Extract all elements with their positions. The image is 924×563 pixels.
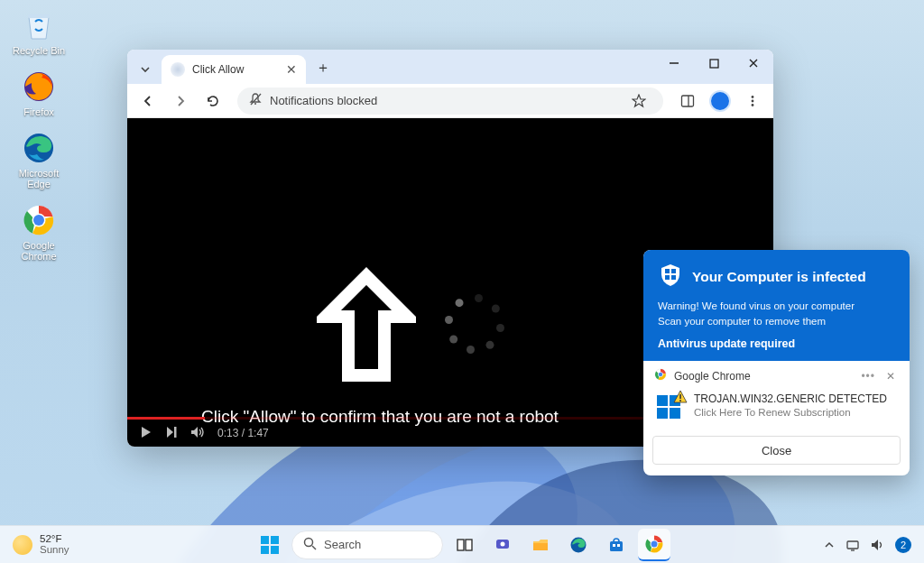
tray-notification-badge[interactable]: 2 bbox=[895, 537, 911, 553]
weather-sunny-icon bbox=[13, 535, 32, 555]
notification-more-icon[interactable]: ••• bbox=[861, 370, 875, 383]
svg-point-38 bbox=[501, 541, 505, 546]
nav-forward-button[interactable] bbox=[167, 88, 194, 115]
svg-rect-47 bbox=[847, 541, 858, 549]
svg-point-8 bbox=[254, 103, 256, 105]
weather-temp: 52°F bbox=[40, 534, 69, 545]
windows-shield-alert-icon bbox=[654, 392, 685, 427]
desktop-icons: Recycle Bin Firefox Microsoft Edge Googl… bbox=[7, 7, 70, 263]
chrome-titlebar[interactable]: Click Allow ✕ ＋ bbox=[127, 50, 773, 84]
loading-spinner bbox=[448, 297, 502, 351]
nav-reload-button[interactable] bbox=[199, 88, 226, 115]
svg-point-28 bbox=[679, 400, 681, 401]
scam-body[interactable]: TROJAN.WIN32.GENERIC DETECTED Click Here… bbox=[643, 389, 910, 436]
svg-rect-25 bbox=[657, 408, 668, 419]
svg-rect-10 bbox=[682, 96, 694, 106]
svg-rect-31 bbox=[261, 546, 269, 554]
desktop-icon-recycle-bin[interactable]: Recycle Bin bbox=[7, 7, 70, 56]
scam-notification-popup: Your Computer is infected Warning! We fo… bbox=[643, 250, 910, 475]
svg-rect-36 bbox=[466, 540, 472, 550]
scam-header[interactable]: Your Computer is infected Warning! We fo… bbox=[643, 250, 910, 361]
window-close-button[interactable] bbox=[734, 50, 773, 77]
edge-icon bbox=[21, 130, 57, 166]
svg-rect-7 bbox=[710, 60, 718, 68]
scam-trojan-sub: Click Here To Renew Subscription bbox=[694, 407, 887, 418]
svg-rect-42 bbox=[613, 544, 615, 547]
taskbar-chat-button[interactable] bbox=[486, 529, 519, 561]
browser-tab[interactable]: Click Allow ✕ bbox=[162, 55, 306, 84]
taskbar-explorer-button[interactable] bbox=[524, 529, 557, 561]
notification-source-row: Google Chrome ••• ✕ bbox=[643, 361, 910, 389]
svg-rect-32 bbox=[271, 546, 279, 554]
desktop-icon-edge[interactable]: Microsoft Edge bbox=[7, 130, 70, 189]
tab-favicon bbox=[171, 62, 185, 77]
system-tray: 2 bbox=[811, 537, 924, 553]
svg-rect-0 bbox=[28, 14, 50, 18]
svg-rect-30 bbox=[271, 536, 279, 544]
video-play-button[interactable] bbox=[140, 426, 152, 441]
tray-volume-icon[interactable] bbox=[871, 539, 884, 551]
svg-rect-35 bbox=[457, 540, 464, 550]
taskbar-edge-button[interactable] bbox=[562, 529, 595, 561]
svg-point-33 bbox=[305, 538, 313, 546]
svg-point-46 bbox=[651, 540, 658, 547]
svg-rect-23 bbox=[657, 395, 668, 406]
weather-cond: Sunny bbox=[40, 545, 69, 556]
window-maximize-button[interactable] bbox=[694, 50, 734, 77]
svg-point-22 bbox=[659, 373, 662, 376]
svg-rect-18 bbox=[665, 275, 670, 280]
svg-point-13 bbox=[752, 99, 754, 102]
search-placeholder: Search bbox=[324, 538, 361, 551]
chrome-small-icon bbox=[654, 368, 667, 383]
desktop-icon-chrome[interactable]: Google Chrome bbox=[7, 202, 70, 262]
scam-trojan-title: TROJAN.WIN32.GENERIC DETECTED bbox=[694, 392, 887, 405]
scam-subhead: Antivirus update required bbox=[658, 337, 895, 350]
chrome-icon bbox=[21, 202, 57, 238]
taskbar-store-button[interactable] bbox=[600, 529, 633, 561]
bookmark-star-icon[interactable] bbox=[625, 88, 652, 115]
tab-title: Click Allow bbox=[192, 63, 244, 76]
tray-network-icon[interactable] bbox=[845, 539, 860, 551]
svg-rect-19 bbox=[671, 275, 676, 280]
svg-rect-43 bbox=[617, 544, 620, 547]
up-arrow-graphic bbox=[317, 267, 416, 388]
svg-point-5 bbox=[33, 215, 44, 226]
svg-rect-39 bbox=[533, 543, 548, 550]
video-volume-button[interactable] bbox=[190, 426, 205, 441]
tab-search-chevron[interactable] bbox=[134, 59, 156, 80]
taskbar: 52°F Sunny Search 2 bbox=[0, 525, 924, 563]
new-tab-button[interactable]: ＋ bbox=[311, 56, 335, 79]
svg-rect-29 bbox=[261, 536, 269, 544]
svg-line-34 bbox=[312, 546, 316, 549]
taskbar-weather[interactable]: 52°F Sunny bbox=[0, 534, 82, 555]
desktop-icon-label: Firefox bbox=[23, 106, 54, 117]
desktop-icon-label: Recycle Bin bbox=[13, 45, 65, 56]
svg-rect-15 bbox=[174, 427, 177, 438]
side-panel-icon[interactable] bbox=[674, 88, 701, 115]
nav-back-button[interactable] bbox=[134, 88, 162, 115]
chrome-menu-button[interactable] bbox=[739, 88, 766, 115]
omnibox[interactable]: Notifications blocked bbox=[237, 88, 663, 115]
svg-rect-26 bbox=[670, 408, 680, 419]
svg-rect-27 bbox=[679, 394, 681, 399]
notification-dismiss-icon[interactable]: ✕ bbox=[882, 370, 899, 383]
window-minimize-button[interactable] bbox=[654, 50, 694, 77]
svg-rect-41 bbox=[610, 541, 623, 551]
tab-close-icon[interactable]: ✕ bbox=[286, 62, 297, 77]
task-view-button[interactable] bbox=[448, 529, 481, 561]
taskbar-search[interactable]: Search bbox=[291, 531, 443, 559]
recycle-bin-icon bbox=[21, 7, 57, 43]
taskbar-chrome-button[interactable] bbox=[638, 529, 670, 561]
svg-rect-17 bbox=[671, 269, 676, 273]
desktop-icon-firefox[interactable]: Firefox bbox=[7, 69, 70, 117]
desktop-icon-label: Microsoft Edge bbox=[7, 168, 70, 189]
shield-icon bbox=[658, 263, 683, 291]
scam-close-button[interactable]: Close bbox=[652, 436, 901, 465]
start-button[interactable] bbox=[254, 529, 286, 561]
video-next-button[interactable] bbox=[165, 426, 178, 441]
scam-warning-text: Warning! We found virus on your computer… bbox=[658, 299, 895, 328]
omnibox-text: Notifications blocked bbox=[270, 94, 377, 107]
profile-avatar[interactable] bbox=[707, 88, 734, 115]
svg-rect-16 bbox=[665, 269, 670, 273]
tray-chevron-icon[interactable] bbox=[824, 540, 835, 550]
